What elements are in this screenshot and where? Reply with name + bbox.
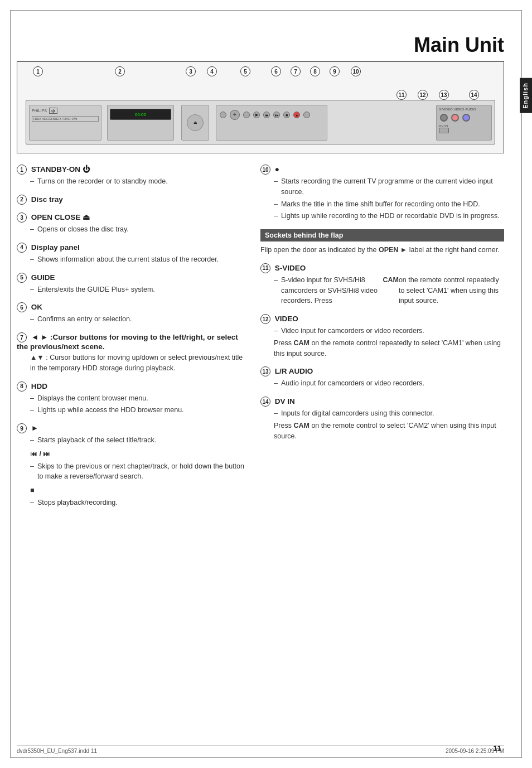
callout-6: 6 — [271, 66, 281, 76]
callout-14: 14 — [469, 90, 479, 100]
callout-4: 4 — [207, 66, 217, 76]
callout-8: 8 — [310, 66, 320, 76]
callout-3: 3 — [186, 66, 196, 76]
section-7-title: 7 ◄ ► :Cursor buttons for moving to the … — [17, 332, 246, 351]
section-video: 12 VIDEO Video input for camcorders or v… — [260, 314, 504, 359]
content-area: 1 STANDBY-ON ⏻ Turns on the recorder or … — [17, 165, 504, 740]
page-border-bottom — [10, 757, 522, 758]
sockets-banner: Sockets behind the flap — [260, 229, 504, 241]
section-13-body: Audio input for camcorders or video reco… — [260, 378, 504, 389]
section-1-body: Turns on the recorder or to standby mode… — [17, 176, 246, 187]
section-play: 9 ► Starts playback of the select title/… — [17, 423, 246, 508]
section-11-body: S-video input for SVHS/Hi8 camcorders or… — [260, 275, 504, 306]
callout-1: 1 — [33, 66, 43, 76]
section-6-body: Confirms an entry or selection. — [17, 314, 246, 325]
section-3-title: 3 OPEN CLOSE ⏏ — [17, 212, 246, 223]
section-stop-body: ■ Stops playback/recording. — [17, 485, 246, 508]
callout-2: 2 — [115, 66, 125, 76]
item-openclose-1: Opens or closes the disc tray. — [30, 224, 246, 235]
num-12: 12 — [260, 314, 270, 324]
section-11-title: 11 S-VIDEO — [260, 263, 504, 273]
callout-12: 12 — [418, 90, 428, 100]
callout-5: 5 — [240, 66, 250, 76]
section-6-title: 6 OK — [17, 302, 246, 312]
section-14-body: Inputs for digital camcorders using this… — [260, 408, 504, 441]
diag-drive-section: ⏏ — [181, 105, 209, 141]
item-rec-2: Marks the title in the time shift buffer… — [274, 199, 504, 210]
item-video-1: Video input for camcorders or video reco… — [274, 326, 504, 336]
item-stop-1: Stops playback/recording. — [30, 497, 246, 508]
item-hdd-2: Lights up while access the HDD browser m… — [30, 405, 246, 416]
num-2: 2 — [17, 195, 27, 205]
num-6: 6 — [17, 302, 27, 312]
section-display-panel: 4 Display panel Shows information about … — [17, 243, 246, 265]
diag-buttons-section: ✛ ▶ ⏮ ⏭ ■ ● — [216, 105, 327, 141]
sockets-text: Flip open the door as indicated by the O… — [260, 245, 504, 255]
item-svideo-1: S-video input for SVHS/Hi8 camcorders or… — [274, 275, 504, 306]
page-border-right — [521, 10, 522, 758]
item-rec-1: Starts recording the current TV programm… — [274, 176, 504, 197]
section-8-body: Displays the content browser menu. Light… — [17, 393, 246, 416]
num-13: 13 — [260, 366, 270, 376]
section-3-body: Opens or closes the disc tray. — [17, 224, 246, 235]
section-10-body: Starts recording the current TV programm… — [260, 176, 504, 221]
item-dvin-2: Press CAM on the remote control to selec… — [274, 421, 504, 442]
section-4-title: 4 Display panel — [17, 243, 246, 253]
section-10-title: 10 ● — [260, 165, 504, 175]
page-border-top — [10, 10, 522, 11]
item-audio-1: Audio input for camcorders or video reco… — [274, 378, 504, 389]
diag-ports-section: S-VIDEO VIDEO AUDIO DV IN — [436, 105, 492, 141]
section-rec: 10 ● Starts recording the current TV pro… — [260, 165, 504, 221]
diag-mid-section: 00:00 — [107, 105, 174, 141]
page-border-left — [10, 10, 11, 758]
item-hdd-1: Displays the content browser menu. — [30, 393, 246, 404]
section-svideo: 11 S-VIDEO S-video input for SVHS/Hi8 ca… — [260, 263, 504, 306]
section-1-title: 1 STANDBY-ON ⏻ — [17, 165, 246, 175]
item-guide-1: Enters/exits the GUIDE Plus+ system. — [30, 284, 246, 295]
section-ok: 6 OK Confirms an entry or selection. — [17, 302, 246, 325]
item-display-1: Shows information about the current stat… — [30, 254, 246, 265]
footer-right: 2005-09-16 2:25:09 PM — [446, 748, 504, 754]
section-guide: 5 GUIDE Enters/exits the GUIDE Plus+ sys… — [17, 273, 246, 295]
diag-left-section: PHILIPS ⏻ HDD RECORDER / DVD-RW — [29, 105, 101, 141]
section-9-body: Starts playback of the select title/trac… — [17, 435, 246, 446]
callout-13: 13 — [439, 90, 449, 100]
section-standby-on: 1 STANDBY-ON ⏻ Turns on the recorder or … — [17, 165, 246, 187]
callout-9: 9 — [330, 66, 340, 76]
num-14: 14 — [260, 397, 270, 407]
section-skip-body: ⏮ / ⏭ Skips to the previous or next chap… — [17, 449, 246, 482]
callout-7: 7 — [291, 66, 301, 76]
device-diagram: PHILIPS ⏻ HDD RECORDER / DVD-RW 00:00 ⏏ — [17, 61, 504, 153]
num-10: 10 — [260, 165, 270, 175]
section-5-body: Enters/exits the GUIDE Plus+ system. — [17, 284, 246, 295]
item-standby-1: Turns on the recorder or to standby mode… — [30, 176, 246, 187]
section-dvin: 14 DV IN Inputs for digital camcorders u… — [260, 397, 504, 441]
skip-title: ⏮ / ⏭ — [30, 449, 246, 460]
num-8: 8 — [17, 381, 27, 392]
item-skip-1: Skips to the previous or next chapter/tr… — [30, 461, 246, 482]
item-rec-3: Lights up while recording to the HDD or … — [274, 211, 504, 221]
section-cursor: 7 ◄ ► :Cursor buttons for moving to the … — [17, 332, 246, 374]
num-5: 5 — [17, 273, 27, 283]
callout-11: 11 — [396, 90, 407, 100]
section-sockets: Sockets behind the flap Flip open the do… — [260, 229, 504, 255]
section-5-title: 5 GUIDE — [17, 273, 246, 283]
sockets-body: Flip open the door as indicated by the O… — [260, 245, 504, 255]
item-ok-1: Confirms an entry or selection. — [30, 314, 246, 325]
section-hdd: 8 HDD Displays the content browser menu.… — [17, 381, 246, 416]
language-tab: English — [520, 78, 532, 113]
section-9-title: 9 ► — [17, 423, 246, 433]
page-title: Main Unit — [414, 33, 504, 57]
left-column: 1 STANDBY-ON ⏻ Turns on the recorder or … — [17, 165, 246, 516]
section-14-title: 14 DV IN — [260, 397, 504, 407]
num-9: 9 — [17, 423, 27, 433]
num-3: 3 — [17, 212, 27, 223]
item-cursor-1: ▲▼ : Cursor buttons for moving up/down o… — [30, 352, 246, 374]
section-12-body: Video input for camcorders or video reco… — [260, 326, 504, 359]
stop-title: ■ — [30, 485, 246, 496]
right-column: 10 ● Starts recording the current TV pro… — [260, 165, 504, 449]
section-12-title: 12 VIDEO — [260, 314, 504, 324]
item-dvin-1: Inputs for digital camcorders using this… — [274, 408, 504, 419]
num-11: 11 — [260, 263, 270, 273]
front-panel: PHILIPS ⏻ HDD RECORDER / DVD-RW 00:00 ⏏ — [26, 100, 495, 144]
